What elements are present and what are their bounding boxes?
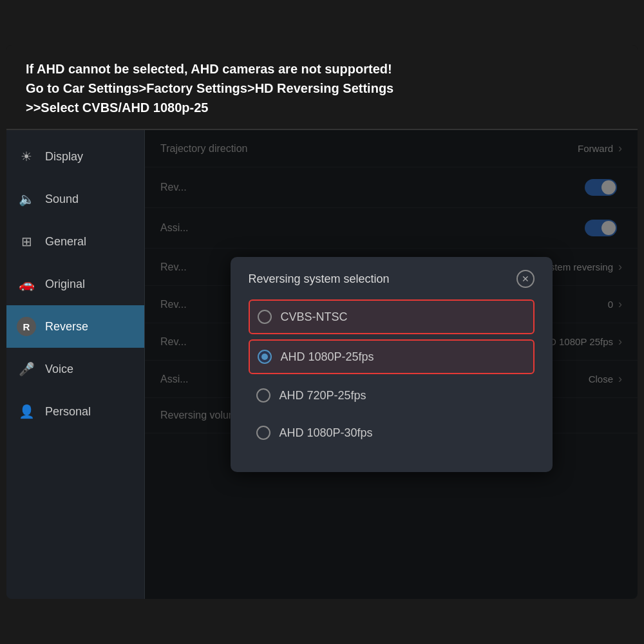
app-container: If AHD cannot be selected, AHD cameras a… [6,45,638,599]
radio-ahd-720p-25 [256,388,270,402]
sidebar-label-original: Original [45,278,85,291]
dialog-title: Reversing system selection [249,272,390,286]
content-area: Trajectory direction Forward › Rev... As… [145,130,638,599]
instruction-line1: If AHD cannot be selected, AHD cameras a… [26,59,618,79]
option-label-ahd-720p-25: AHD 720P-25fps [279,389,366,402]
sidebar-label-reverse: Reverse [45,320,88,334]
sidebar-label-sound: Sound [45,193,79,206]
reverse-icon: R [17,317,36,336]
dialog-header: Reversing system selection ✕ [249,270,535,288]
option-ahd-1080p-25[interactable]: AHD 1080P-25fps [249,339,535,374]
instruction-banner: If AHD cannot be selected, AHD cameras a… [6,45,638,130]
option-ahd-1080p-30[interactable]: AHD 1080P-30fps [249,417,535,449]
radio-ahd-1080p-25 [258,350,272,364]
sidebar-item-reverse[interactable]: R Reverse [6,305,144,348]
display-icon: ☀ [17,147,36,166]
option-label-cvbs-ntsc: CVBS-NTSC [281,310,348,324]
personal-icon: 👤 [17,402,36,421]
option-cvbs-ntsc[interactable]: CVBS-NTSC [249,299,535,334]
option-label-ahd-1080p-25: AHD 1080P-25fps [281,350,374,364]
sound-icon: 🔈 [17,189,36,209]
instruction-line3: >>Select CVBS/AHD 1080p-25 [26,98,618,117]
sidebar: ☀ Display 🔈 Sound ⊞ General 🚗 Original R… [6,130,145,599]
general-icon: ⊞ [17,232,36,251]
sidebar-label-personal: Personal [45,405,91,419]
dialog-overlay: Reversing system selection ✕ CVBS-NTSC A… [145,130,638,599]
sidebar-item-personal[interactable]: 👤 Personal [6,390,144,433]
main-area: ☀ Display 🔈 Sound ⊞ General 🚗 Original R… [6,130,638,599]
sidebar-item-sound[interactable]: 🔈 Sound [6,178,144,220]
sidebar-label-voice: Voice [45,363,73,376]
voice-icon: 🎤 [17,359,36,379]
dialog-close-button[interactable]: ✕ [516,270,535,288]
sidebar-item-general[interactable]: ⊞ General [6,220,144,263]
reversing-system-dialog: Reversing system selection ✕ CVBS-NTSC A… [231,257,553,472]
sidebar-item-original[interactable]: 🚗 Original [6,263,144,305]
radio-cvbs-ntsc [258,310,272,324]
option-label-ahd-1080p-30: AHD 1080P-30fps [279,426,373,440]
sidebar-label-display: Display [45,150,83,164]
sidebar-item-voice[interactable]: 🎤 Voice [6,348,144,390]
original-icon: 🚗 [17,274,36,294]
sidebar-item-display[interactable]: ☀ Display [6,135,144,178]
option-ahd-720p-25[interactable]: AHD 720P-25fps [249,379,535,412]
sidebar-label-general: General [45,235,86,249]
radio-ahd-1080p-30 [256,426,270,440]
instruction-line2: Go to Car Settings>Factory Settings>HD R… [26,79,618,98]
